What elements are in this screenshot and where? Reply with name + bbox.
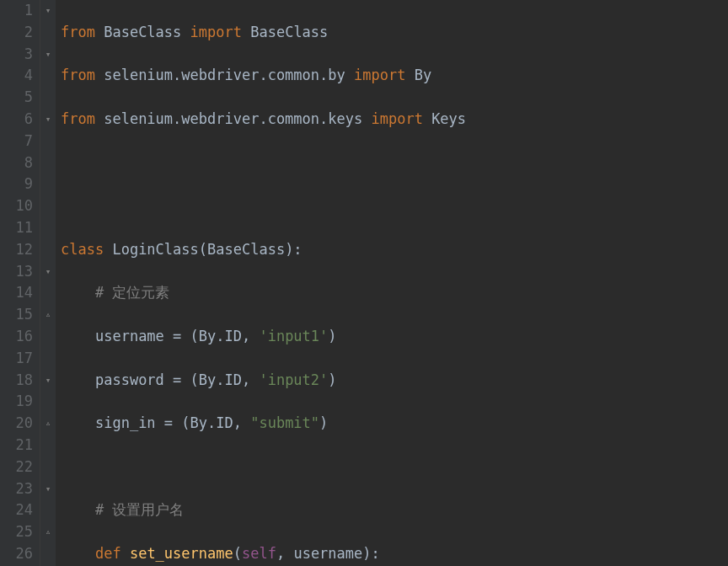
fold-gutter: ▾ ▾ ▾ ▾ ▵ ▾ ▵ ▾ ▵: [40, 0, 56, 566]
line-number: 12: [0, 239, 33, 261]
fold-spacer: [40, 391, 56, 413]
close-paren: ): [328, 371, 336, 388]
params-rest: , username):: [276, 545, 380, 562]
self-param: self: [242, 545, 276, 562]
keyword-import: import: [190, 24, 242, 40]
keyword-from: from: [61, 67, 95, 83]
line-number: 17: [0, 348, 33, 370]
keyword-from: from: [61, 110, 95, 127]
fold-toggle-icon[interactable]: ▵: [40, 304, 56, 326]
fold-spacer: [40, 499, 56, 521]
fold-spacer: [40, 65, 56, 87]
line-number: 5: [0, 87, 33, 109]
fold-spacer: [40, 174, 56, 195]
module-name: BaseClass: [95, 24, 190, 40]
line-number: 18: [0, 370, 33, 392]
keyword-from: from: [61, 24, 95, 40]
module-name: selenium.webdriver.common.keys: [95, 110, 372, 127]
code-line[interactable]: [61, 152, 728, 174]
fold-spacer: [40, 348, 56, 370]
close-paren: ): [319, 414, 328, 431]
code-line[interactable]: def set_username(self, username):: [61, 543, 728, 565]
fold-spacer: [40, 217, 56, 239]
keyword-def: def: [95, 545, 130, 562]
line-number: 23: [0, 478, 33, 500]
line-number: 19: [0, 391, 33, 413]
assignment: sign_in = (By.ID,: [95, 414, 250, 431]
close-paren: ): [328, 328, 336, 344]
fold-toggle-icon[interactable]: ▾: [40, 44, 56, 66]
code-line[interactable]: sign_in = (By.ID, "submit"): [61, 413, 728, 435]
line-number: 1: [0, 0, 33, 22]
line-number: 16: [0, 326, 33, 348]
fold-toggle-icon[interactable]: ▵: [40, 521, 56, 543]
fold-toggle-icon[interactable]: ▵: [40, 413, 56, 435]
fold-spacer: [40, 435, 56, 457]
line-number-gutter: 1 2 3 4 5 6 7 8 9 10 11 12 13 14 15 16 1…: [0, 0, 40, 566]
import-names: BaseClass: [242, 24, 328, 40]
code-line[interactable]: password = (By.ID, 'input2'): [61, 370, 728, 392]
keyword-import: import: [371, 110, 422, 127]
fold-spacer: [40, 326, 56, 348]
line-number: 26: [0, 543, 33, 565]
function-name: set_username: [130, 545, 233, 562]
keyword-import: import: [354, 67, 405, 83]
code-line[interactable]: from BaseClass import BaseClass: [61, 22, 728, 44]
fold-spacer: [40, 87, 56, 109]
code-line[interactable]: # 定位元素: [61, 282, 728, 304]
fold-toggle-icon[interactable]: ▾: [40, 109, 56, 131]
fold-spacer: [40, 239, 56, 261]
code-line[interactable]: # 设置用户名: [61, 499, 728, 521]
line-number: 6: [0, 109, 33, 131]
keyword-class: class: [61, 241, 112, 258]
line-number: 15: [0, 304, 33, 326]
line-number: 9: [0, 174, 33, 195]
fold-spacer: [40, 152, 56, 174]
fold-spacer: [40, 22, 56, 44]
line-number: 7: [0, 131, 33, 152]
class-name: LoginClass: [112, 241, 198, 258]
code-editor[interactable]: from BaseClass import BaseClass from sel…: [56, 0, 728, 566]
assignment: password = (By.ID,: [95, 371, 259, 388]
line-number: 14: [0, 282, 33, 304]
fold-spacer: [40, 131, 56, 152]
line-number: 2: [0, 22, 33, 44]
line-number: 11: [0, 217, 33, 239]
comment: # 设置用户名: [95, 501, 184, 518]
code-line[interactable]: class LoginClass(BaseClass):: [61, 239, 728, 261]
line-number: 4: [0, 65, 33, 87]
line-number: 10: [0, 195, 33, 217]
line-number: 24: [0, 499, 33, 521]
fold-spacer: [40, 543, 56, 565]
import-names: By: [405, 67, 431, 83]
fold-toggle-icon[interactable]: ▾: [40, 370, 56, 392]
fold-toggle-icon[interactable]: ▾: [40, 261, 56, 283]
line-number: 21: [0, 435, 33, 457]
fold-toggle-icon[interactable]: ▾: [40, 478, 56, 500]
import-names: Keys: [423, 110, 466, 127]
code-line[interactable]: [61, 195, 728, 217]
code-line[interactable]: from selenium.webdriver.common.by import…: [61, 65, 728, 87]
fold-spacer: [40, 195, 56, 217]
open-paren: (: [233, 545, 242, 562]
code-line[interactable]: from selenium.webdriver.common.keys impo…: [61, 109, 728, 131]
code-line[interactable]: [61, 457, 728, 478]
string-literal: 'input2': [259, 371, 328, 388]
fold-spacer: [40, 282, 56, 304]
comment: # 定位元素: [95, 284, 169, 301]
line-number: 25: [0, 521, 33, 543]
line-number: 8: [0, 152, 33, 174]
fold-spacer: [40, 457, 56, 478]
line-number: 13: [0, 261, 33, 283]
assignment: username = (By.ID,: [95, 328, 259, 344]
line-number: 3: [0, 44, 33, 66]
string-literal: 'input1': [259, 328, 328, 344]
line-number: 22: [0, 457, 33, 478]
module-name: selenium.webdriver.common.by: [95, 67, 354, 83]
code-line[interactable]: username = (By.ID, 'input1'): [61, 326, 728, 348]
class-bases: (BaseClass):: [199, 241, 302, 258]
fold-toggle-icon[interactable]: ▾: [40, 0, 56, 22]
line-number: 20: [0, 413, 33, 435]
string-literal: "submit": [250, 414, 319, 431]
